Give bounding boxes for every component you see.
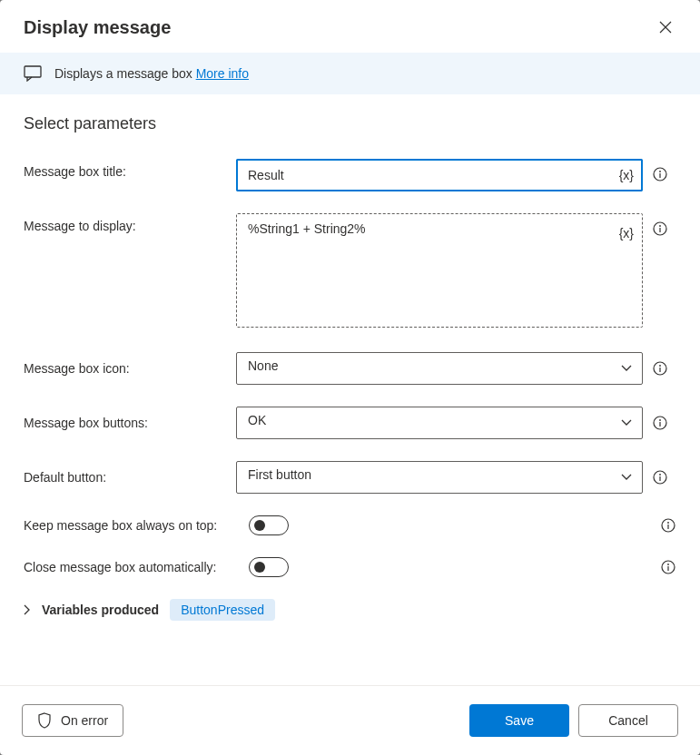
on-error-button[interactable]: On error [22,704,123,737]
row-default: Default button: First button [24,461,676,494]
default-button-select[interactable]: First button [236,461,643,494]
close-button[interactable] [655,16,676,38]
svg-rect-6 [659,228,660,232]
always-on-top-toggle[interactable] [249,515,289,535]
svg-point-20 [667,564,669,565]
row-message: Message to display: %String1 + String2% … [24,213,676,330]
message-box-buttons-select[interactable]: OK [236,407,643,439]
close-icon [659,21,672,34]
message-to-display-input[interactable]: %String1 + String2% [236,213,643,328]
svg-rect-9 [659,368,660,372]
info-bar-text: Displays a message box More info [54,66,249,81]
label-autoclose: Close message box automatically: [24,560,249,574]
chevron-right-icon [24,604,31,615]
row-autoclose: Close message box automatically: [24,557,676,577]
message-box-icon-select[interactable]: None [236,352,643,385]
section-header: Select parameters [24,114,676,133]
svg-rect-15 [659,476,660,481]
svg-point-5 [659,225,661,227]
row-buttons: Message box buttons: OK [24,407,676,439]
variable-buttonpressed[interactable]: ButtonPressed [170,599,275,621]
info-button-ontop[interactable] [660,517,676,534]
row-ontop: Keep message box always on top: [24,515,676,535]
svg-point-17 [667,522,669,524]
variables-expand-button[interactable] [24,604,31,615]
insert-variable-button[interactable]: {x} [619,168,634,182]
title-bar: Display message [0,0,700,53]
variables-produced-row: Variables produced ButtonPressed [24,599,676,621]
toggle-knob [254,520,265,531]
label-message: Message to display: [24,213,236,233]
svg-rect-3 [659,173,660,178]
info-button-buttons[interactable] [652,415,668,431]
footer: On error Save Cancel [0,685,700,755]
info-button-icon[interactable] [652,360,668,377]
info-icon [661,518,675,533]
insert-variable-button[interactable]: {x} [619,226,634,240]
svg-point-8 [659,365,661,367]
svg-point-2 [659,171,661,172]
label-title: Message box title: [24,159,236,179]
save-button[interactable]: Save [469,704,569,737]
info-button-default[interactable] [652,469,668,485]
info-icon [653,416,667,430]
label-buttons: Message box buttons: [24,416,236,430]
svg-point-11 [659,419,661,421]
message-icon [24,65,42,82]
message-box-title-input[interactable] [236,159,643,191]
info-bar: Displays a message box More info [0,53,700,94]
info-button-title[interactable] [652,166,668,182]
dialog-title: Display message [24,17,171,38]
svg-rect-18 [667,525,668,529]
info-icon [653,361,667,376]
svg-point-14 [659,474,661,476]
info-icon [653,470,667,485]
content-area: Select parameters Message box title: {x}… [0,94,700,685]
svg-rect-21 [667,566,668,571]
shield-icon [37,712,52,729]
info-icon [653,221,667,236]
label-icon: Message box icon: [24,361,236,376]
cancel-button[interactable]: Cancel [578,704,678,737]
auto-close-toggle[interactable] [249,557,289,577]
info-icon [661,560,675,574]
row-icon: Message box icon: None [24,352,676,385]
variables-produced-label: Variables produced [42,603,159,617]
toggle-knob [254,562,265,573]
svg-rect-0 [25,66,41,77]
more-info-link[interactable]: More info [196,66,249,81]
info-button-autoclose[interactable] [660,559,676,575]
label-ontop: Keep message box always on top: [24,518,249,533]
svg-rect-12 [659,422,660,427]
display-message-dialog: Display message Displays a message box M… [0,0,700,755]
info-button-message[interactable] [652,221,668,237]
label-default: Default button: [24,470,236,485]
on-error-label: On error [61,713,108,728]
info-icon [653,167,667,181]
row-title: Message box title: {x} [24,159,676,191]
